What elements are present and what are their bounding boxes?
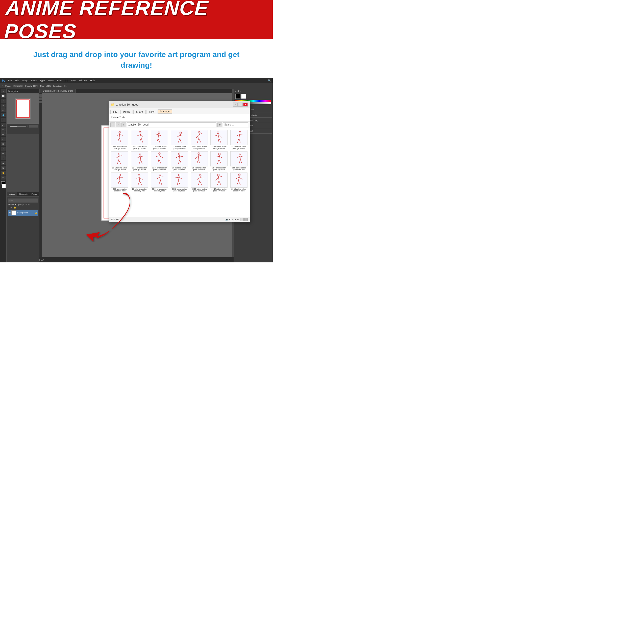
fe-tab-share[interactable]: Share: [133, 110, 146, 114]
pen-tool[interactable]: ✒: [1, 152, 6, 156]
grid-item-20[interactable]: 26 14 anime action pose boy male: [210, 172, 229, 192]
grid-item-15[interactable]: 26 9 anime action pose boy male: [110, 172, 129, 192]
grid-item-9[interactable]: 23 14 anime action pose girl female: [130, 151, 149, 171]
grid-item-21[interactable]: 26 15 anime action pose boy male: [229, 172, 248, 192]
refresh-button[interactable]: ↻: [217, 122, 222, 127]
grid-item-11[interactable]: 26 5 anime action pose boy male: [170, 151, 189, 171]
grid-item-6[interactable]: 23 11 anime action pose girl female: [210, 130, 229, 150]
ps-search-icon[interactable]: 🔍: [268, 79, 271, 82]
ps-menu-file[interactable]: File: [8, 79, 12, 82]
ps-menu-3d[interactable]: 3D: [65, 79, 68, 82]
dodge-tool[interactable]: ○: [1, 147, 6, 151]
fe-tab-home[interactable]: Home: [120, 110, 133, 114]
grid-view-btn[interactable]: [240, 218, 244, 221]
normal-blend[interactable]: Normal ▾: [8, 203, 16, 206]
grid-item-16[interactable]: 26 10 anime action pose boy male: [130, 172, 149, 192]
ps-menu-image[interactable]: Image: [22, 79, 28, 82]
zoom-out-icon[interactable]: −: [8, 125, 9, 127]
ps-mode-dropdown[interactable]: Normal ▾: [13, 85, 23, 87]
history-brush[interactable]: ↩: [1, 132, 6, 136]
svg-point-72: [218, 153, 220, 155]
eyedropper-tool[interactable]: 💧: [1, 113, 6, 117]
grid-item-13[interactable]: 26 7 anime action pose boy male: [210, 151, 229, 171]
list-view-btn[interactable]: [244, 218, 248, 221]
svg-line-67: [198, 155, 199, 160]
ps-menu-view[interactable]: View: [71, 79, 76, 82]
address-bar[interactable]: [127, 122, 216, 127]
tab-paths[interactable]: Paths: [30, 192, 39, 196]
svg-point-36: [239, 131, 241, 133]
background-color[interactable]: [2, 184, 6, 188]
crop-tool[interactable]: ⊡: [1, 108, 6, 112]
search-box[interactable]: [223, 122, 248, 127]
shape-tool[interactable]: ▣: [1, 166, 6, 170]
ps-menu-help[interactable]: Help: [90, 79, 95, 82]
ps-menu-filter[interactable]: Filter: [57, 79, 62, 82]
svg-line-80: [237, 156, 240, 158]
eraser-tool[interactable]: ▭: [1, 137, 6, 141]
ps-menu-select[interactable]: Select: [48, 79, 54, 82]
rt-icon-1: [39, 94, 42, 97]
grid-item-12[interactable]: 26 6 anime action pose boy male: [190, 151, 209, 171]
grid-item-10[interactable]: 23 15 anime action pose girl female: [150, 151, 169, 171]
fe-tab-file[interactable]: File: [110, 110, 120, 114]
ps-menu-layer[interactable]: Layer: [31, 79, 37, 82]
fe-tab-manage[interactable]: Manage: [158, 109, 172, 114]
svg-line-49: [140, 155, 141, 160]
layer-row-bg[interactable]: 👁 Background 🔒: [8, 210, 38, 216]
tab-layers[interactable]: Layers: [7, 192, 17, 196]
arrow-svg: [78, 192, 134, 242]
ps-menu-edit[interactable]: Edit: [15, 79, 19, 82]
grid-item-18[interactable]: 26 12 anime action pose boy male: [170, 172, 189, 192]
brush-tool[interactable]: 🖌: [1, 123, 6, 127]
ps-menu-window[interactable]: Window: [79, 79, 87, 82]
eye-icon[interactable]: 👁: [9, 212, 11, 214]
minimize-button[interactable]: −: [233, 103, 238, 107]
svg-point-54: [158, 153, 160, 155]
label-18: 26 12 anime action pose boy male: [171, 188, 188, 192]
zoom-in-icon[interactable]: +: [27, 125, 28, 127]
figure-svg-4: [172, 131, 187, 145]
maximize-button[interactable]: □: [238, 103, 243, 107]
grid-item-17[interactable]: 26 11 anime action pose boy male: [150, 172, 169, 192]
hand-tool[interactable]: ✋: [1, 171, 6, 175]
close-button[interactable]: ✕: [243, 103, 248, 107]
layer-search[interactable]: [8, 199, 38, 203]
grid-item-5[interactable]: 23 10 anime action pose girl female: [190, 130, 209, 150]
lasso-tool[interactable]: ○: [1, 99, 6, 103]
grid-item-14[interactable]: 26 8 anime action pose male boy: [229, 151, 248, 171]
grid-item-3[interactable]: 23 8 anime action pose girl female: [150, 130, 169, 150]
grid-item-19[interactable]: 26 13 anime action pose boy male: [190, 172, 209, 192]
svg-line-59: [159, 159, 161, 164]
grid-item-1[interactable]: 23 6 anime action pose girl female: [110, 130, 129, 150]
foreground-swatch[interactable]: [235, 94, 240, 99]
picture-tools-label: Picture Tools: [111, 116, 125, 119]
path-select[interactable]: ▶: [1, 161, 6, 165]
ps-menu-type[interactable]: Type: [40, 79, 45, 82]
forward-button[interactable]: →: [116, 122, 120, 127]
move-tool[interactable]: ↖: [1, 89, 6, 93]
background-swatch[interactable]: [241, 94, 246, 99]
zoom-tool[interactable]: ⊕: [1, 176, 6, 180]
up-button[interactable]: ↑: [121, 122, 126, 127]
heal-tool[interactable]: ✚: [1, 118, 6, 122]
grid-item-7[interactable]: 23 12 anime action pose girl female: [229, 130, 248, 150]
svg-line-16: [157, 138, 158, 142]
label-5: 23 10 anime action pose girl female: [191, 146, 208, 149]
tab-channels[interactable]: Channels: [17, 192, 30, 196]
fe-tab-view[interactable]: View: [146, 110, 157, 114]
label-12: 26 6 anime action pose boy male: [191, 167, 208, 170]
lock-icon-1[interactable]: 🔒: [14, 206, 16, 209]
zoom-input[interactable]: 72.45%: [29, 125, 38, 128]
grid-item-4[interactable]: 23 9 anime action pose girl female: [170, 130, 189, 150]
back-button[interactable]: ←: [110, 122, 115, 127]
gradient-tool[interactable]: ▦: [1, 142, 6, 146]
magic-wand-tool[interactable]: ✦: [1, 104, 6, 108]
ps-document-tab[interactable]: Untitled-1 @ 72.4% (RGB/8#): [40, 89, 76, 93]
clone-tool[interactable]: ⊕: [1, 128, 6, 132]
text-tool[interactable]: T: [1, 156, 6, 160]
grid-item-2[interactable]: 23 7 anime action pose girl female: [130, 130, 149, 150]
select-tool[interactable]: ⬜: [1, 94, 6, 98]
view-toggle[interactable]: [240, 218, 248, 221]
grid-item-8[interactable]: 23 13 anime action pose girl female: [110, 151, 129, 171]
